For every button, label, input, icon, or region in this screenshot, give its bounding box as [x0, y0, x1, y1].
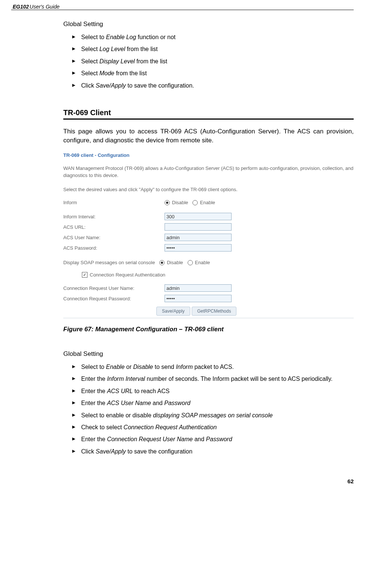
radio-disable-label: Disable: [172, 200, 188, 205]
list-item: Click Save/Apply to save the configurati…: [72, 448, 354, 456]
header-subtitle: User's Guide: [30, 4, 60, 10]
heading-tr069: TR-069 Client: [63, 108, 354, 120]
text-em: Log Level: [99, 46, 125, 52]
text-em: Display Level: [99, 58, 135, 64]
ss-desc2: Select the desired values and click "App…: [63, 186, 354, 193]
text-em: ACS User Name: [107, 400, 151, 406]
ss-desc1: WAN Management Protocol (TR-069) allows …: [63, 165, 354, 179]
list-item: Select Display Level from the list: [72, 57, 354, 66]
text: from the list: [135, 58, 167, 64]
text: from the list: [125, 46, 157, 52]
list-item: Enter the ACS User Name and Password: [72, 399, 354, 407]
header-product: EG102: [11, 4, 29, 10]
text: and: [193, 436, 206, 442]
text-em: Password: [206, 436, 232, 442]
section-heading: Global Setting: [63, 20, 354, 28]
text-em: Inform Interval: [107, 376, 145, 382]
text-em: Mode: [99, 70, 114, 76]
ss-divider: [63, 318, 354, 318]
label-acs-pass: ACS Password:: [63, 245, 160, 251]
list-item: Enter the Inform Interval number of seco…: [72, 375, 354, 383]
list-item: Select to Enable Log function or not: [72, 33, 354, 41]
label-acs-user: ACS User Name:: [63, 235, 160, 240]
input-conn-pass[interactable]: [165, 295, 232, 302]
text: to send: [153, 364, 176, 370]
bottom-bullet-list: Select to Enable or Disable to send Info…: [63, 363, 354, 456]
text: Select: [81, 58, 99, 64]
row-acs-url: ACS URL:: [63, 223, 354, 231]
list-item: Select to Enable or Disable to send Info…: [72, 363, 354, 371]
getrpc-button[interactable]: GetRPCMethods: [192, 307, 237, 316]
radio-soap-enable-label: Enable: [195, 260, 210, 265]
soap-radio-group: Disable Enable: [159, 260, 210, 265]
text: Select to: [81, 34, 106, 40]
text: from the list: [114, 70, 147, 76]
text-em: Connection Request User Name: [107, 436, 192, 442]
row-conn-pass: Connection Request Password:: [63, 295, 354, 302]
row-conn-user: Connection Request User Name:: [63, 284, 354, 292]
config-screenshot: TR-069 client - Configuration WAN Manage…: [63, 149, 354, 319]
ss-title: TR-069 client - Configuration: [63, 152, 354, 158]
label-inform: Inform: [63, 200, 160, 205]
ss-button-row: Save/Apply GetRPCMethods: [156, 307, 354, 316]
radio-enable-label: Enable: [200, 200, 215, 205]
label-conn-user: Connection Request User Name:: [63, 285, 160, 291]
radio-enable[interactable]: [192, 200, 198, 205]
list-item: Select to enable or disable displaying S…: [72, 411, 354, 420]
radio-soap-disable-label: Disable: [167, 260, 183, 265]
row-conn-auth: Connection Request Authentication: [82, 272, 354, 278]
list-item: Select Log Level from the list: [72, 45, 354, 53]
row-soap: Display SOAP messages on serial console …: [63, 260, 354, 265]
text-em: Save/Apply: [96, 448, 126, 455]
input-acs-pass[interactable]: [165, 244, 232, 252]
text: and: [151, 400, 165, 406]
checkbox-conn-auth[interactable]: [82, 272, 87, 278]
intro-paragraph: This page allows you to access TR-069 AC…: [63, 127, 354, 145]
text-em: Save/Apply: [96, 82, 126, 89]
list-item: Select Mode from the list: [72, 69, 354, 78]
label-interval: Inform Interval:: [63, 214, 160, 219]
text: Enter the: [81, 376, 107, 382]
text: packet to ACS.: [193, 364, 234, 370]
radio-soap-enable[interactable]: [188, 260, 193, 265]
text: to save the configuration.: [126, 82, 194, 89]
text: function or not: [136, 34, 176, 40]
inform-radio-group: Disable Enable: [165, 200, 215, 205]
page-content: EG102 User's Guide Global Setting Select…: [0, 0, 376, 499]
input-acs-user[interactable]: [165, 234, 232, 241]
input-conn-user[interactable]: [165, 284, 232, 292]
text: Enter the: [81, 400, 107, 406]
save-apply-button[interactable]: Save/Apply: [156, 307, 190, 316]
input-acs-url[interactable]: [165, 223, 232, 231]
label-conn-auth: Connection Request Authentication: [90, 272, 165, 278]
text: to reach ACS: [133, 388, 170, 394]
text-em: Inform: [176, 364, 192, 370]
label-soap: Display SOAP messages on serial console: [63, 260, 155, 265]
row-acs-user: ACS User Name:: [63, 234, 354, 241]
radio-disable[interactable]: [165, 200, 170, 205]
text: or: [125, 364, 133, 370]
text-em: Disable: [133, 364, 153, 370]
list-item: Click Save/Apply to save the configurati…: [72, 82, 354, 90]
top-bullet-list: Select to Enable Log function or not Sel…: [63, 33, 354, 90]
text: Enter the: [81, 388, 107, 394]
radio-soap-disable[interactable]: [159, 260, 165, 265]
list-item: Enter the Connection Request User Name a…: [72, 435, 354, 443]
text: Check to select: [81, 424, 124, 430]
text-em: Enable Log: [106, 34, 136, 40]
text: Select: [81, 70, 99, 76]
row-interval: Inform Interval:: [63, 213, 354, 220]
page-number: 62: [11, 478, 354, 484]
text: Select to enable or disable: [81, 412, 153, 418]
row-acs-pass: ACS Password:: [63, 244, 354, 252]
text: Click: [81, 82, 96, 89]
figure-caption: Figure 67: Management Configuration – TR…: [63, 326, 354, 333]
text: Click: [81, 448, 96, 455]
page-header: EG102 User's Guide: [11, 4, 354, 10]
text: Select: [81, 46, 99, 52]
section-heading-2: Global Setting: [63, 350, 354, 358]
text: Enter the: [81, 436, 107, 442]
row-inform: Inform Disable Enable: [63, 200, 354, 205]
text: to save the configuration: [126, 448, 192, 455]
input-interval[interactable]: [165, 213, 232, 220]
